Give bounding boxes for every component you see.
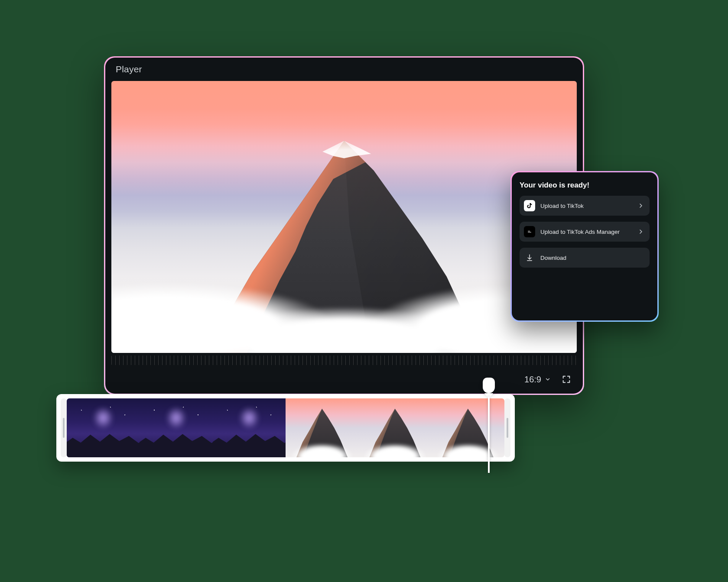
download-icon [524, 252, 535, 263]
tiktok-icon [524, 200, 535, 211]
chevron-right-icon [637, 202, 644, 209]
clip-thumb[interactable] [140, 398, 212, 457]
upload-tiktok-option[interactable]: Upload to TikTok [520, 196, 650, 216]
chevron-right-icon [637, 228, 644, 235]
trim-handle-right[interactable] [504, 398, 510, 457]
clip-thumb[interactable] [286, 398, 358, 457]
fullscreen-icon [562, 375, 571, 384]
timeline-frames[interactable] [67, 398, 504, 457]
export-panel-title: Your video is ready! [520, 181, 650, 190]
video-preview [111, 81, 577, 353]
option-label: Upload to TikTok Ads Manager [540, 229, 632, 235]
time-ruler[interactable] [111, 356, 577, 365]
clip-thumb[interactable] [358, 398, 431, 457]
tiktok-ads-icon [524, 226, 535, 237]
download-option[interactable]: Download [520, 248, 650, 268]
timeline-strip[interactable] [56, 394, 515, 462]
export-panel: Your video is ready! Upload to TikTok Up… [510, 171, 659, 322]
chevron-down-icon [545, 376, 551, 382]
clip-thumb[interactable] [67, 398, 140, 457]
fullscreen-button[interactable] [560, 373, 572, 385]
video-viewport[interactable] [111, 81, 577, 353]
svg-rect-0 [527, 229, 532, 234]
aspect-ratio-selector[interactable]: 16:9 [524, 375, 551, 385]
option-label: Upload to TikTok [540, 203, 632, 209]
option-label: Download [540, 255, 644, 261]
aspect-ratio-value: 16:9 [524, 375, 541, 385]
trim-handle-left[interactable] [61, 398, 67, 457]
clip-thumb[interactable] [432, 398, 504, 457]
clip-thumb[interactable] [213, 398, 286, 457]
player-title: Player [116, 64, 142, 74]
upload-tiktok-ads-option[interactable]: Upload to TikTok Ads Manager [520, 222, 650, 242]
